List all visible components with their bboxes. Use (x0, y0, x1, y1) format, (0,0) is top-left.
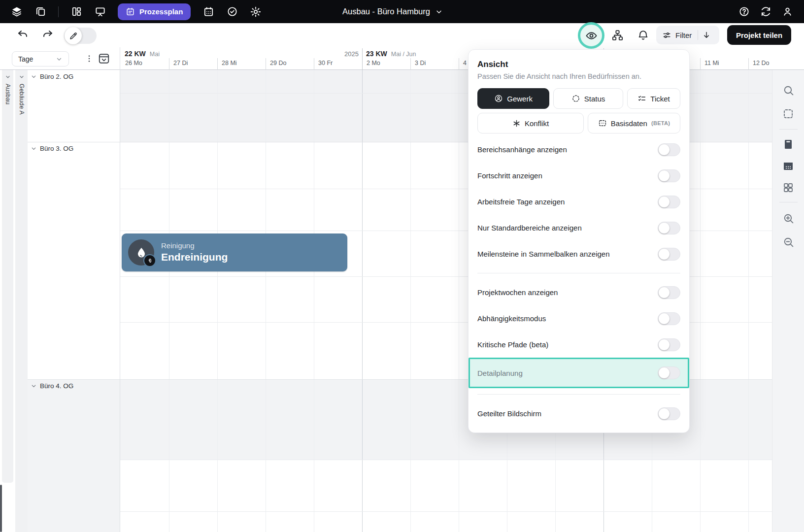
toggle-row-detailplanung: Detailplanung (469, 358, 689, 388)
day-label: 3 Di (415, 60, 426, 66)
toggle-label: Bereichsanhänge anzeigen (477, 145, 567, 154)
asterisk-icon (512, 119, 521, 128)
group-row-b-ro-3-og[interactable]: Büro 3. OG (31, 145, 73, 152)
group-label: Büro 2. OG (40, 73, 73, 80)
toggle-knob (659, 367, 670, 378)
filter-button[interactable]: Filter (656, 26, 719, 44)
layers-logo-icon[interactable] (11, 6, 23, 18)
vertical-scrollbar-thumb[interactable] (0, 485, 2, 532)
board-layout-icon[interactable] (70, 6, 82, 18)
undo-icon[interactable] (16, 29, 29, 41)
toggle-switch[interactable] (658, 143, 680, 156)
mode-chip-gewerk[interactable]: Gewerk (477, 88, 549, 109)
help-icon[interactable] (738, 6, 750, 18)
toggle-switch[interactable] (658, 222, 680, 234)
redo-icon[interactable] (41, 29, 54, 41)
group-row-b-ro-4-og[interactable]: Büro 4. OG (31, 382, 73, 390)
bell-icon[interactable] (636, 29, 649, 41)
toggle-row-kritische-pfade-beta-: Kritische Pfade (beta) (477, 332, 680, 358)
group-label: Büro 4. OG (40, 382, 73, 390)
chevron-down-icon (31, 73, 37, 80)
filter-divider (698, 30, 698, 40)
top-bar-left: Prozessplan (0, 3, 262, 20)
hierarchy-icon[interactable] (611, 29, 624, 41)
toggle-knob (659, 223, 670, 233)
calendar-grid-icon[interactable] (782, 160, 795, 172)
refresh-icon[interactable] (760, 6, 771, 18)
pencil-icon (65, 27, 82, 44)
mode-chip-basisdaten[interactable]: Basisdaten(BETA) (588, 113, 680, 133)
toggle-knob (659, 408, 670, 419)
day-grid-line (314, 70, 314, 532)
mode-chip-konflikt[interactable]: Konflikt (477, 113, 584, 133)
chevron-down-icon (56, 56, 63, 63)
day-grid-line (266, 70, 266, 532)
toggle-switch[interactable] (658, 248, 680, 261)
sidebar-strip-ausbau[interactable]: Ausbau (2, 70, 13, 483)
project-switcher[interactable]: Ausbau - Büro Hamburg (342, 0, 443, 23)
toggle-row-bereichsanhänge-anzeigen: Bereichsanhänge anzeigen (477, 136, 680, 163)
filter-label: Filter (675, 31, 692, 39)
toggle-switch[interactable] (658, 196, 680, 208)
prozessplan-button[interactable]: Prozessplan (118, 3, 191, 20)
grid-view-icon[interactable] (782, 181, 795, 194)
check-circle-icon[interactable] (226, 6, 238, 18)
panel-title: Ansicht (477, 60, 680, 69)
pages-icon[interactable] (34, 6, 46, 18)
notebook-icon[interactable] (782, 138, 795, 151)
panel-divider (477, 394, 680, 395)
group-row-b-ro-2-og[interactable]: Büro 2. OG (31, 73, 73, 80)
chevron-down-icon (5, 74, 11, 80)
day-grid-line (748, 70, 749, 532)
share-project-button[interactable]: Projekt teilen (727, 25, 791, 45)
scale-select-value: Tage (18, 55, 33, 63)
scale-select[interactable]: Tage (12, 51, 69, 66)
zoom-out-icon[interactable] (782, 235, 795, 248)
mode-chip-status[interactable]: Status (553, 88, 623, 109)
mode-chip-row-1: GewerkStatusTicket (477, 88, 680, 109)
toggle-knob (659, 170, 670, 181)
attachment-badge (143, 254, 156, 267)
toggle-knob (659, 339, 670, 350)
panel-subtitle: Passen Sie die Ansicht nach Ihren Bedürf… (477, 72, 680, 80)
top-bar-divider (58, 6, 59, 17)
toggle-switch[interactable] (658, 312, 680, 325)
mode-chip-label: Status (584, 95, 605, 103)
task-bar-endreinigung[interactable]: Reinigung Endreinigung (122, 233, 347, 271)
user-icon[interactable] (781, 6, 793, 18)
view-options-button[interactable] (578, 22, 604, 49)
dashed-box-icon (598, 119, 607, 128)
marquee-select-icon[interactable] (782, 107, 795, 120)
sidebar-divider (779, 202, 798, 202)
arrow-down-icon[interactable] (702, 31, 711, 39)
strip-label-ausbau: Ausbau (4, 84, 11, 105)
day-tick (459, 58, 459, 70)
gear-icon[interactable] (250, 6, 262, 18)
calendar-lines-icon (126, 7, 135, 16)
search-icon[interactable] (782, 84, 795, 97)
edit-mode-toggle[interactable] (64, 28, 97, 44)
toggle-knob (659, 144, 670, 155)
toggle-switch[interactable] (658, 169, 680, 182)
sidebar-strip-gebaeude-a[interactable]: Gebäude A (15, 70, 28, 532)
mode-chip-ticket[interactable]: Ticket (627, 88, 680, 109)
more-options-icon[interactable] (84, 50, 95, 67)
toggle-switch[interactable] (658, 286, 680, 299)
day-grid-line (169, 70, 169, 532)
toggle-switch[interactable] (658, 338, 680, 351)
paperclip-icon (147, 258, 153, 264)
presentation-icon[interactable] (94, 6, 106, 18)
zoom-in-icon[interactable] (782, 212, 795, 225)
calendar-icon[interactable] (202, 6, 214, 18)
grid-left-border (120, 47, 120, 532)
toggle-switch[interactable] (658, 407, 680, 420)
share-label: Projekt teilen (736, 31, 782, 39)
day-tick (314, 58, 314, 70)
sliders-icon (662, 31, 671, 40)
toggle-switch[interactable] (658, 366, 680, 379)
collapse-rows-icon[interactable] (98, 52, 110, 65)
toggle-label: Abhängigkeitsmodus (477, 314, 546, 323)
toggle-row-nur-standardbereiche-anzeigen: Nur Standardbereiche anzeigen (477, 215, 680, 241)
project-title: Ausbau - Büro Hamburg (342, 7, 430, 16)
chevron-down-icon (31, 145, 37, 152)
